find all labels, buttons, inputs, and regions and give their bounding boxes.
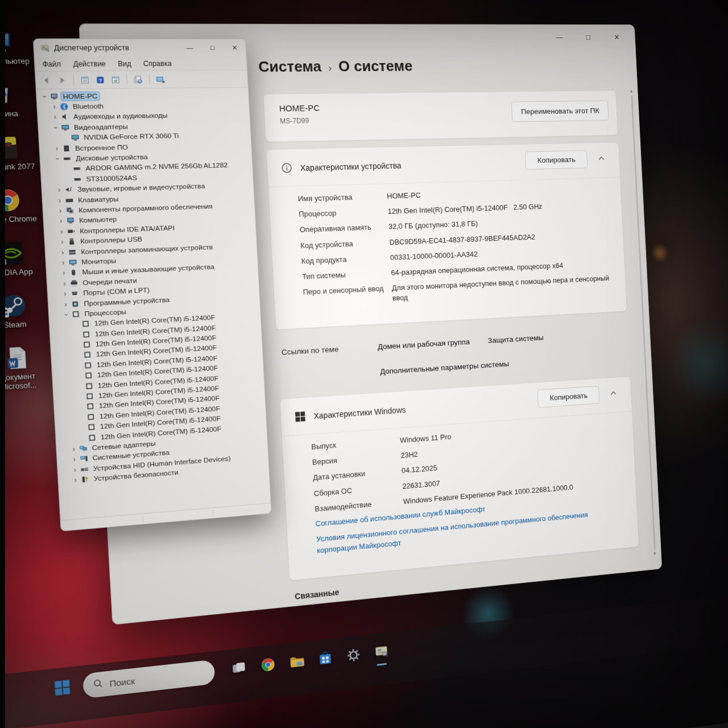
toolbar-separator [126, 75, 127, 84]
chevron-icon[interactable] [69, 445, 78, 453]
chevron-icon[interactable] [59, 259, 68, 267]
tb-scan-icon[interactable] [133, 74, 144, 85]
chevron-icon[interactable] [57, 217, 65, 225]
chevron-icon[interactable] [56, 207, 65, 215]
windows-specs-title: Характеристики Windows [313, 406, 406, 421]
tb-doc-icon[interactable] [79, 75, 91, 85]
chevron-icon[interactable] [61, 134, 70, 142]
toolbar-separator [73, 75, 74, 85]
bluetooth-icon [60, 102, 69, 111]
hid-icon [80, 465, 89, 474]
chevron-icon[interactable] [62, 311, 71, 318]
chevron-icon[interactable] [70, 456, 78, 464]
desktop-icon[interactable]: Steam [0, 291, 52, 331]
chevron-icon[interactable] [60, 269, 68, 277]
tb-fwd-icon[interactable] [56, 75, 68, 85]
close-button[interactable]: ✕ [223, 39, 246, 56]
chevron-icon[interactable] [58, 238, 67, 246]
tb-back-icon[interactable] [40, 75, 52, 85]
rename-pc-button[interactable]: Переименовать этот ПК [511, 101, 609, 122]
chevron-icon[interactable] [56, 196, 64, 204]
chevron-icon[interactable] [71, 466, 79, 474]
advanced-system-settings-link[interactable]: Дополнительные параметры системы [380, 359, 509, 376]
device-tree-label: Компьютер [77, 215, 119, 225]
chevron-icon[interactable] [64, 175, 72, 183]
domain-workgroup-link[interactable]: Домен или рабочая группа [378, 337, 470, 351]
chevron-icon[interactable] [50, 103, 59, 111]
chevron-icon[interactable] [77, 403, 85, 411]
taskbar-app-button[interactable] [283, 648, 311, 677]
minimize-button[interactable]: — [551, 30, 568, 43]
chevron-icon[interactable] [60, 279, 69, 287]
device-specs-header[interactable]: Характеристики устройства Копировать [266, 143, 620, 188]
page-title: О системе [338, 57, 413, 76]
taskbar-app-button[interactable] [254, 651, 282, 681]
chevron-icon[interactable] [75, 382, 84, 390]
chevron-icon[interactable] [75, 372, 83, 380]
chevron-icon[interactable] [63, 165, 72, 173]
desktop-icon[interactable]: Документ Microsof... [0, 343, 55, 392]
chevron-icon[interactable] [53, 155, 61, 163]
desktop-icon[interactable]: Google Chrome [0, 186, 46, 225]
breadcrumb-system[interactable]: Система [258, 57, 322, 76]
system-protection-link[interactable]: Защита системы [487, 333, 544, 345]
scroll-down-icon[interactable]: ▼ [653, 551, 657, 556]
chevron-icon[interactable] [72, 330, 81, 338]
chevron-icon[interactable] [52, 144, 61, 152]
gear-icon [345, 647, 361, 666]
menu-item[interactable]: Файл [42, 60, 61, 68]
chevron-icon[interactable] [40, 93, 49, 101]
firmware-icon [62, 144, 71, 152]
chevron-icon[interactable] [59, 249, 67, 257]
monitor-icon [68, 258, 77, 267]
explorer-icon [288, 653, 305, 672]
chevup-icon[interactable] [609, 388, 621, 401]
chevron-icon[interactable] [73, 351, 82, 359]
copy-device-specs-button[interactable]: Копировать [525, 150, 588, 169]
tb-help-icon[interactable]: ? [94, 75, 106, 85]
scroll-up-icon[interactable]: ▲ [629, 89, 633, 94]
chevron-icon[interactable] [74, 362, 82, 370]
security-icon [81, 475, 90, 484]
maximize-button[interactable]: □ [580, 30, 596, 43]
monitor-bezel [0, 0, 5, 728]
chevron-icon[interactable] [78, 434, 87, 442]
chevron-icon[interactable] [76, 393, 85, 401]
taskbar-app-button[interactable] [311, 645, 338, 674]
chevron-icon[interactable] [72, 320, 80, 328]
device-tree-label: Клавиатуры [76, 195, 121, 204]
chevron-icon[interactable] [61, 289, 69, 297]
menu-item[interactable]: Вид [118, 59, 131, 68]
menu-item[interactable]: Справка [143, 59, 172, 68]
minimize-button[interactable]: — [178, 39, 201, 56]
chevron-icon[interactable] [61, 300, 70, 308]
chevron-icon[interactable] [51, 113, 59, 121]
copy-windows-specs-button[interactable]: Копировать [537, 386, 600, 408]
chevron-icon[interactable] [51, 123, 60, 131]
desktop-icon[interactable]: Корзина [0, 81, 40, 119]
tb-devices-icon[interactable] [155, 74, 166, 85]
desktop-icon[interactable]: Этот компьютер [0, 29, 37, 67]
device-tree-label: HOME-PC [61, 92, 100, 100]
chevup-icon[interactable] [597, 154, 609, 166]
chevron-icon[interactable] [71, 476, 80, 485]
taskbar-app-button[interactable] [368, 639, 395, 668]
chevron-icon[interactable] [55, 186, 64, 194]
device-tree-label: Bluetooth [71, 102, 105, 110]
spec-label: Выпуск [311, 436, 400, 453]
close-button[interactable]: ✕ [609, 31, 625, 44]
taskbar-app-button[interactable] [340, 642, 367, 671]
desktop-icon[interactable]: Cyberpunk 2077 [0, 134, 43, 172]
maximize-button[interactable]: □ [201, 39, 224, 56]
chevron-icon[interactable] [57, 228, 66, 235]
tb-panel-icon[interactable] [110, 75, 121, 85]
chevron-icon[interactable] [77, 413, 86, 422]
spec-label: Сборка ОС [313, 481, 403, 499]
chevron-icon[interactable] [78, 424, 86, 432]
spec-value: Для этого монитора недоступен ввод с пом… [391, 273, 613, 304]
device-manager-title: Диспетчер устройств [54, 44, 179, 52]
menu-item[interactable]: Действие [73, 60, 106, 68]
chevron-icon[interactable] [73, 341, 81, 349]
desktop-icon[interactable]: NVIDIA App [0, 238, 49, 278]
device-manager-titlebar[interactable]: Диспетчер устройств — □ ✕ [34, 39, 246, 57]
